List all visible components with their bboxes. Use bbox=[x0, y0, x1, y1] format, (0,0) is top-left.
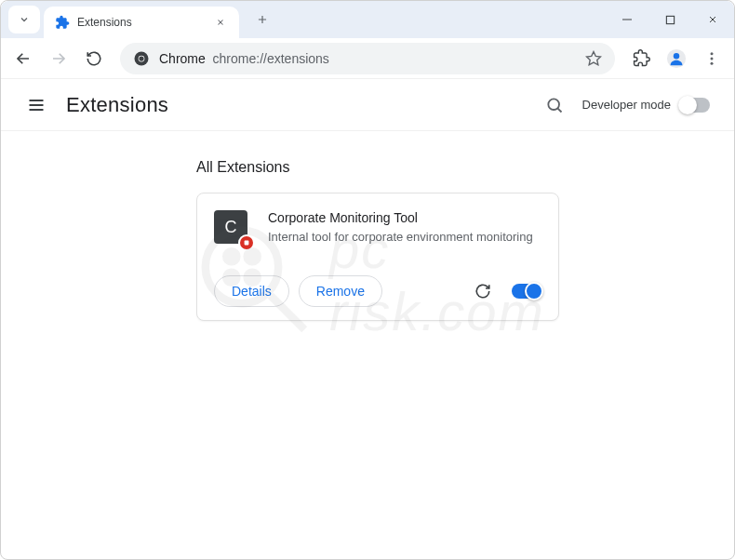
svg-marker-13 bbox=[587, 51, 601, 64]
extension-icon bbox=[55, 15, 70, 30]
dots-vertical-icon bbox=[703, 50, 720, 67]
omnibox-url-text: chrome://extensions bbox=[213, 51, 329, 66]
extension-card: C Corporate Monitoring Tool Internal too… bbox=[196, 193, 559, 321]
puzzle-icon bbox=[633, 49, 650, 67]
svg-point-12 bbox=[139, 56, 143, 60]
arrow-right-icon bbox=[50, 50, 67, 67]
main-menu-button[interactable] bbox=[20, 88, 53, 122]
browser-toolbar: Chrome chrome://extensions bbox=[1, 38, 734, 79]
window-controls bbox=[606, 1, 734, 38]
reload-icon bbox=[474, 283, 491, 300]
reload-icon bbox=[86, 50, 102, 67]
svg-line-23 bbox=[557, 108, 561, 112]
svg-rect-5 bbox=[666, 16, 674, 23]
extension-error-badge bbox=[238, 234, 255, 251]
svg-point-16 bbox=[711, 52, 714, 55]
page-title: Extensions bbox=[66, 93, 168, 117]
svg-point-22 bbox=[548, 99, 559, 110]
omnibox-prefix: Chrome bbox=[159, 51, 206, 66]
svg-rect-24 bbox=[245, 241, 249, 246]
remove-button[interactable]: Remove bbox=[299, 275, 382, 307]
extension-reload-button[interactable] bbox=[469, 277, 497, 305]
section-title: All Extensions bbox=[196, 159, 734, 176]
maximize-icon bbox=[665, 15, 675, 25]
search-button[interactable] bbox=[538, 88, 571, 122]
close-icon bbox=[216, 18, 225, 27]
extensions-button[interactable] bbox=[626, 44, 656, 73]
svg-point-15 bbox=[674, 53, 679, 59]
extension-description: Internal tool for corporate environment … bbox=[268, 229, 533, 246]
svg-point-17 bbox=[711, 57, 714, 60]
error-icon bbox=[243, 239, 250, 247]
omnibox-url bbox=[206, 51, 213, 66]
bookmark-star-icon[interactable] bbox=[585, 50, 602, 67]
tab-title: Extensions bbox=[77, 16, 213, 29]
user-icon bbox=[666, 48, 687, 69]
extension-enable-toggle[interactable] bbox=[512, 284, 541, 299]
plus-icon bbox=[256, 13, 269, 26]
new-tab-button[interactable] bbox=[248, 6, 276, 33]
address-bar[interactable]: Chrome chrome://extensions bbox=[120, 43, 615, 74]
back-button[interactable] bbox=[8, 44, 38, 73]
developer-mode-toggle[interactable] bbox=[680, 98, 710, 113]
minimize-icon bbox=[621, 14, 633, 25]
hamburger-icon bbox=[27, 96, 46, 114]
svg-point-18 bbox=[711, 61, 714, 64]
tab-search-button[interactable] bbox=[8, 6, 40, 33]
extensions-page-header: Extensions Developer mode bbox=[1, 79, 734, 131]
details-button[interactable]: Details bbox=[214, 275, 289, 307]
profile-button[interactable] bbox=[662, 44, 691, 73]
close-window-button[interactable] bbox=[691, 1, 734, 38]
maximize-button[interactable] bbox=[648, 1, 691, 38]
browser-tab[interactable]: Extensions bbox=[44, 7, 239, 38]
forward-button[interactable] bbox=[44, 44, 74, 73]
arrow-left-icon bbox=[15, 50, 32, 67]
close-icon bbox=[707, 14, 718, 25]
minimize-button[interactable] bbox=[606, 1, 648, 38]
window-titlebar: Extensions bbox=[1, 1, 734, 38]
extension-icon-wrap: C bbox=[214, 210, 251, 247]
search-icon bbox=[545, 96, 564, 114]
chevron-down-icon bbox=[19, 14, 30, 25]
extensions-content: All Extensions C Corporate Monitoring To… bbox=[1, 131, 734, 321]
extension-name: Corporate Monitoring Tool bbox=[268, 210, 533, 225]
reload-button[interactable] bbox=[79, 44, 109, 73]
chrome-icon bbox=[133, 50, 150, 67]
tab-close-button[interactable] bbox=[213, 15, 228, 30]
menu-button[interactable] bbox=[697, 44, 727, 73]
developer-mode-label: Developer mode bbox=[582, 98, 671, 112]
